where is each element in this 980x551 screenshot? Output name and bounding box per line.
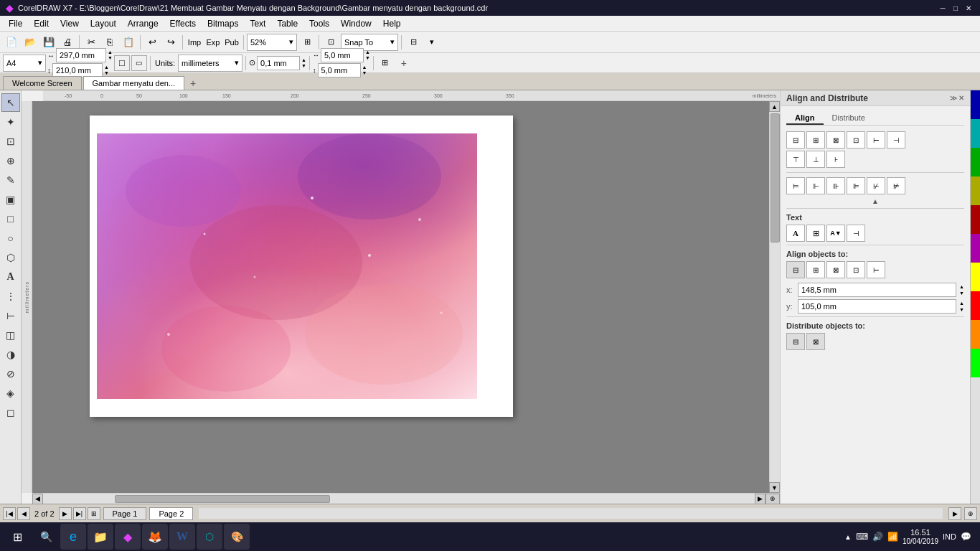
color-bar-yellow[interactable] xyxy=(971,263,980,291)
taskbar-word[interactable]: W xyxy=(169,524,195,550)
color-bar-bright-green[interactable] xyxy=(971,349,980,377)
text-tool[interactable]: A xyxy=(1,268,20,286)
parallel-tool[interactable]: ⋮ xyxy=(1,287,20,306)
open-button[interactable]: 📂 xyxy=(22,34,39,51)
menu-effects[interactable]: Effects xyxy=(164,16,202,31)
rectangle-tool[interactable]: □ xyxy=(1,209,20,228)
import-button[interactable]: Imp xyxy=(186,34,203,51)
publish-button[interactable]: Pub xyxy=(223,34,240,51)
color-bar-blue-dark[interactable] xyxy=(971,90,980,119)
tab-welcome[interactable]: Welcome Screen xyxy=(3,76,82,90)
scroll-thumb-v[interactable] xyxy=(771,113,780,242)
canvas-scrollbar-v[interactable] xyxy=(769,112,780,482)
freehand-tool[interactable]: ✎ xyxy=(1,171,20,189)
text-align-btn-2[interactable]: ⊞ xyxy=(806,225,825,242)
dup-h-field[interactable]: 5,0 mm xyxy=(321,48,364,62)
dup-h-down[interactable]: ▼ xyxy=(365,55,370,61)
taskbar-network[interactable]: 📶 xyxy=(887,532,898,542)
redo-button[interactable]: ↪ xyxy=(162,34,179,51)
page1-tab[interactable]: Page 1 xyxy=(103,507,147,520)
align-top-btn[interactable]: ⊡ xyxy=(847,131,865,149)
align-bottom-btn[interactable]: ⊣ xyxy=(887,131,905,149)
taskbar-lang[interactable]: IND xyxy=(943,532,956,541)
align-page-button[interactable]: ⊞ xyxy=(377,55,394,72)
dist-obj-btn-2[interactable]: ⊠ xyxy=(806,333,825,350)
add-page-button[interactable]: + xyxy=(395,55,413,72)
menu-window[interactable]: Window xyxy=(335,16,377,31)
dup-h-up[interactable]: ▲ xyxy=(365,50,370,55)
panel-expand-icon[interactable]: ≫ xyxy=(950,94,957,102)
align-center-h-btn[interactable]: ⊞ xyxy=(806,131,825,149)
dist-btn-5[interactable]: ⊬ xyxy=(867,177,885,194)
dup-v-field[interactable]: 5,0 mm xyxy=(318,63,361,77)
menu-help[interactable]: Help xyxy=(377,16,407,31)
drop-shadow-tool[interactable]: ◫ xyxy=(1,326,20,344)
align-obj-btn-2[interactable]: ⊞ xyxy=(806,261,825,278)
zoom-level-dropdown[interactable]: 52% ▾ xyxy=(247,34,297,51)
menu-layout[interactable]: Layout xyxy=(85,16,122,31)
scroll-right-arrow[interactable]: ▶ xyxy=(755,494,765,504)
dist-btn-3[interactable]: ⊪ xyxy=(826,177,845,194)
scroll-left-arrow[interactable]: ◀ xyxy=(32,494,43,504)
view-options[interactable]: ⊟ xyxy=(405,34,422,51)
align-obj-btn-1[interactable]: ⊟ xyxy=(786,261,805,278)
height-up[interactable]: ▲ xyxy=(104,65,109,70)
width-down[interactable]: ▼ xyxy=(108,55,113,61)
text-align-btn-4[interactable]: ⊣ xyxy=(847,225,865,242)
status-scrollbar[interactable] xyxy=(199,508,943,519)
menu-view[interactable]: View xyxy=(55,16,85,31)
menu-text[interactable]: Text xyxy=(244,16,271,31)
page2-tab[interactable]: Page 2 xyxy=(149,507,193,520)
connector-tool[interactable]: ⊢ xyxy=(1,306,20,325)
page-width-field[interactable]: 297,0 mm xyxy=(56,48,106,62)
smart-fill[interactable]: ▣ xyxy=(1,190,20,209)
nudge-down[interactable]: ▼ xyxy=(301,63,306,69)
zoom-status-btn[interactable]: ⊕ xyxy=(964,507,977,520)
scroll-up-arrow[interactable]: ▲ xyxy=(769,101,780,112)
tab-document[interactable]: Gambar menyatu den... xyxy=(83,76,185,90)
x-coord-input[interactable]: 148,5 mm xyxy=(798,283,956,297)
align-btn-9[interactable]: ⊦ xyxy=(826,151,845,168)
polygon-tool[interactable]: ⬡ xyxy=(1,248,20,267)
taskbar-notification[interactable]: 💬 xyxy=(961,532,971,542)
portrait-button[interactable]: □ xyxy=(114,55,130,71)
align-obj-btn-4[interactable]: ⊡ xyxy=(847,261,865,278)
taskbar-volume[interactable]: 🔊 xyxy=(872,532,883,542)
dist-btn-1[interactable]: ⊨ xyxy=(786,177,805,194)
color-bar-red-dark[interactable] xyxy=(971,205,980,234)
canvas-scrollbar-h[interactable]: ◀ ▶ ⊕ xyxy=(32,493,780,504)
view-dropdown[interactable]: ▾ xyxy=(423,34,440,51)
align-btn-8[interactable]: ⊥ xyxy=(806,151,825,168)
align-center-v-btn[interactable]: ⊢ xyxy=(867,131,885,149)
minimize-button[interactable]: ─ xyxy=(937,3,948,13)
taskbar-keyboard-icon[interactable]: ⌨ xyxy=(856,532,868,542)
nav-prev-btn[interactable]: ◀ xyxy=(17,507,30,520)
taskbar-paint[interactable]: 🎨 xyxy=(224,524,250,550)
color-bar-cyan[interactable] xyxy=(971,119,980,148)
dist-btn-6[interactable]: ⊭ xyxy=(887,177,905,194)
start-button[interactable]: ⊞ xyxy=(3,523,32,550)
transparency-tool[interactable]: ◑ xyxy=(1,345,20,364)
nudge-up[interactable]: ▲ xyxy=(301,57,306,63)
menu-arrange[interactable]: Arrange xyxy=(122,16,164,31)
text-align-btn-1[interactable]: A xyxy=(786,225,805,242)
align-btn-7[interactable]: ⊤ xyxy=(786,151,805,168)
dist-btn-4[interactable]: ⊫ xyxy=(847,177,865,194)
y-down-arrow[interactable]: ▼ xyxy=(959,306,964,313)
select-tool[interactable]: ↖ xyxy=(1,93,20,112)
width-up[interactable]: ▲ xyxy=(108,50,113,55)
menu-table[interactable]: Table xyxy=(271,16,303,31)
taskbar-coreldraw2[interactable]: ⬡ xyxy=(197,524,222,550)
canvas-area[interactable]: ▲ xyxy=(32,101,780,493)
taskbar-explorer[interactable]: 📁 xyxy=(88,524,113,550)
nav-last-btn[interactable]: ▶| xyxy=(73,507,86,520)
taskbar-up-arrow[interactable]: ▲ xyxy=(844,533,852,541)
x-up-arrow[interactable]: ▲ xyxy=(959,283,964,290)
color-bar-yellow-green[interactable] xyxy=(971,176,980,205)
align-obj-btn-5[interactable]: ⊢ xyxy=(867,261,885,278)
color-bar-green[interactable] xyxy=(971,148,980,176)
y-coord-input[interactable]: 105,0 mm xyxy=(798,299,956,314)
x-down-arrow[interactable]: ▼ xyxy=(959,290,964,296)
nudge-field[interactable]: 0,1 mm xyxy=(257,56,300,70)
landscape-button[interactable]: ▭ xyxy=(131,55,147,71)
